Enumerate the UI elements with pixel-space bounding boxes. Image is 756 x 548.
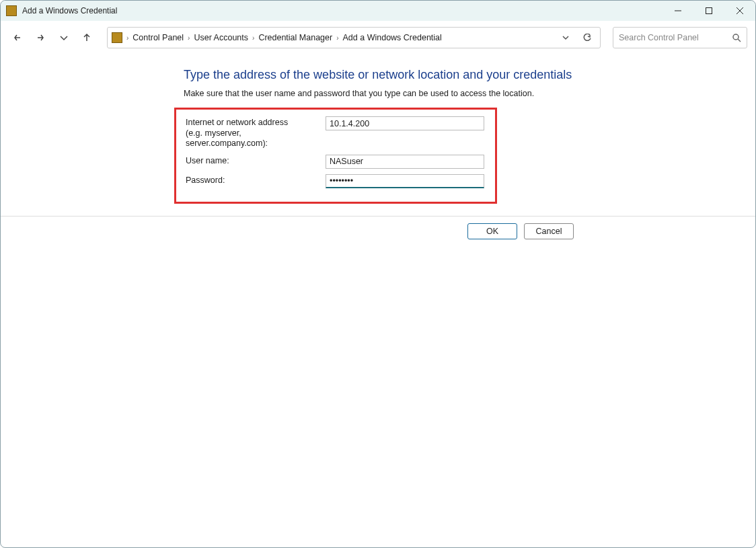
address-input[interactable] — [326, 116, 484, 130]
password-row: Password: — [186, 174, 486, 188]
username-row: User name: — [186, 155, 486, 169]
svg-line-5 — [738, 39, 741, 42]
arrow-left-icon — [13, 33, 23, 42]
svg-rect-1 — [706, 8, 712, 14]
title-bar: Add a Windows Credential — [1, 1, 755, 21]
svg-point-4 — [733, 34, 739, 40]
nav-forward-button[interactable] — [32, 28, 50, 47]
minimize-button[interactable] — [663, 1, 693, 21]
control-panel-icon — [112, 32, 122, 43]
breadcrumb-item[interactable]: Control Panel — [133, 33, 184, 42]
maximize-icon — [706, 7, 712, 14]
password-input[interactable] — [326, 174, 484, 188]
breadcrumb-separator-icon: › — [188, 34, 190, 42]
ok-button[interactable]: OK — [467, 223, 517, 239]
address-bar[interactable]: › Control Panel › User Accounts › Creden… — [107, 27, 601, 48]
address-label: Internet or network address (e.g. myserv… — [186, 116, 326, 149]
nav-up-button[interactable] — [77, 28, 96, 47]
close-button[interactable] — [724, 1, 755, 21]
credential-form-highlight: Internet or network address (e.g. myserv… — [174, 108, 497, 204]
breadcrumb-separator-icon: › — [336, 34, 338, 42]
breadcrumb-item[interactable]: User Accounts — [194, 33, 248, 42]
refresh-icon — [583, 34, 591, 42]
app-icon — [6, 5, 17, 16]
minimize-icon — [675, 7, 681, 14]
search-icon — [732, 34, 741, 42]
cancel-button[interactable]: Cancel — [524, 223, 574, 239]
username-label: User name: — [186, 155, 326, 167]
refresh-button[interactable] — [578, 34, 596, 42]
breadcrumb-separator-icon: › — [126, 34, 128, 42]
maximize-button[interactable] — [693, 1, 724, 21]
breadcrumb-item[interactable]: Credential Manager — [258, 33, 332, 42]
toolbar: › Control Panel › User Accounts › Creden… — [1, 21, 755, 54]
button-row: OK Cancel — [184, 217, 574, 239]
search-input[interactable]: Search Control Panel — [613, 27, 747, 48]
arrow-right-icon — [36, 33, 46, 42]
page-subtext: Make sure that the user name and passwor… — [184, 89, 614, 98]
page-heading: Type the address of the website or netwo… — [184, 68, 614, 82]
address-dropdown-button[interactable] — [557, 34, 574, 42]
content-area: Type the address of the website or netwo… — [1, 54, 755, 547]
window-title: Add a Windows Credential — [22, 6, 117, 15]
chevron-down-icon — [59, 33, 69, 42]
chevron-down-icon — [562, 34, 570, 42]
close-icon — [736, 7, 743, 14]
address-row: Internet or network address (e.g. myserv… — [186, 116, 486, 149]
breadcrumb-item[interactable]: Add a Windows Credential — [343, 33, 442, 42]
search-placeholder: Search Control Panel — [619, 33, 699, 42]
arrow-up-icon — [82, 33, 91, 42]
username-input[interactable] — [326, 155, 484, 169]
nav-back-button[interactable] — [9, 28, 28, 47]
breadcrumb-separator-icon: › — [252, 34, 254, 42]
nav-recent-button[interactable] — [54, 28, 73, 47]
password-label: Password: — [186, 174, 326, 186]
